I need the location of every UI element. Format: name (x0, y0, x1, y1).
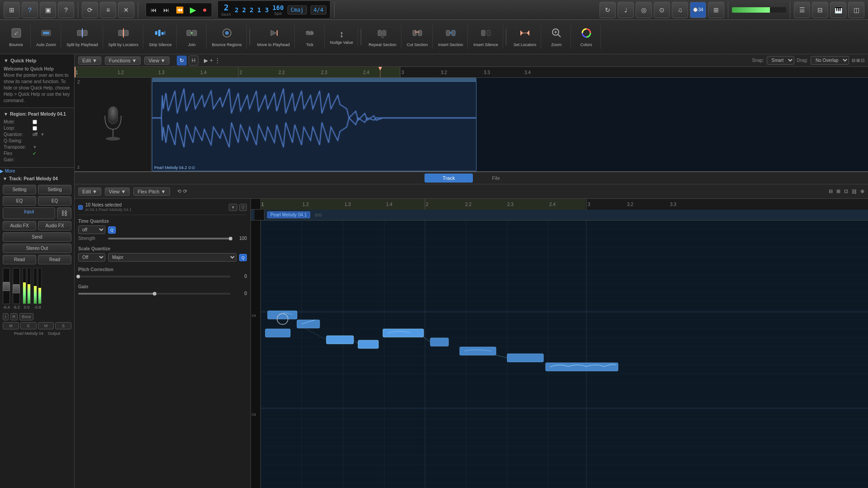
loop-mode-icon[interactable]: ↻ (177, 56, 187, 66)
file-tab[interactable]: File (474, 174, 518, 183)
bounce-regions-tool[interactable]: Bounce Regions (208, 25, 247, 49)
audiofx-btn1[interactable]: Audio FX (3, 221, 36, 230)
edit-menu-btn[interactable]: Edit ▼ (78, 56, 101, 65)
tq-q-btn[interactable]: Q (108, 226, 116, 234)
loop-btn[interactable]: ↻ (599, 2, 616, 18)
insert-section-tool[interactable]: + Insert Section (434, 25, 468, 49)
auto-zoom-tool[interactable]: Auto Zoom (32, 25, 61, 49)
browser-btn[interactable]: ◫ (848, 2, 864, 18)
fp-edit-btn[interactable]: Edit ▼ (78, 188, 101, 196)
loop-checkbox[interactable] (33, 126, 37, 131)
plus-icon[interactable]: + (210, 57, 213, 64)
pitch-note-4[interactable] (326, 336, 354, 344)
info-icon-btn[interactable]: ? (22, 2, 38, 18)
repeat-section-tool[interactable]: ↻ Repeat Section (364, 25, 401, 49)
pitch-note-1[interactable] (268, 311, 297, 319)
flex-pitch-select[interactable]: Flex Pitch ▼ (133, 188, 170, 196)
fp-fit-icon[interactable]: ⊡ (844, 188, 848, 194)
pitch-note-8[interactable] (460, 347, 496, 355)
gain-thumb[interactable] (153, 292, 156, 296)
move-playhead-tool[interactable]: Move to Playhead (253, 25, 295, 49)
help-icon-btn[interactable]: ? (58, 2, 74, 18)
snap-select[interactable]: Smart (767, 56, 794, 65)
skip-fwd-btn[interactable]: ⏭ (161, 5, 171, 14)
shrink-icon[interactable]: ⊟ (852, 58, 855, 63)
clock-btn[interactable]: ⌚34 (690, 2, 706, 18)
sq-off-select[interactable]: Off (78, 253, 105, 262)
loop-icon-btn[interactable]: ⟳ (82, 2, 98, 18)
colors-tool[interactable]: Colors (572, 25, 601, 49)
bnce-btn[interactable]: Bnce (19, 313, 33, 320)
eq-btn1[interactable]: EQ (3, 196, 36, 206)
read-btn2[interactable]: Read (38, 255, 71, 264)
fit-icon[interactable]: ⊡ (861, 58, 864, 63)
bounce-tool[interactable]: ↙ Bounce (2, 25, 31, 49)
fp-zoom-in-icon[interactable]: ⊞ (836, 188, 840, 194)
grid2-icon-btn[interactable]: ▣ (40, 2, 56, 18)
pc-slider[interactable] (78, 276, 231, 277)
tq-select[interactable]: off (78, 225, 105, 234)
sq-q-btn[interactable]: Q (239, 254, 247, 261)
stereo-out-btn[interactable]: Stereo Out (3, 244, 71, 253)
fp-zoom-out-icon[interactable]: ⊟ (829, 188, 833, 194)
setting-btn2[interactable]: Setting (38, 185, 71, 194)
sliders-icon-btn[interactable]: ≡ (100, 2, 116, 18)
strength-thumb[interactable] (229, 237, 232, 240)
piano-btn[interactable]: 🎹 (830, 2, 846, 18)
fp-down-btn[interactable]: ▼ (229, 204, 237, 211)
fp-link-icon[interactable]: ⛓ (852, 189, 857, 194)
insert-silence-tool[interactable]: Insert Silence (469, 25, 503, 49)
io-r-btn[interactable]: R (10, 313, 18, 320)
fader1-track[interactable] (3, 268, 10, 304)
fp-nav-icon2[interactable]: ⟳ (183, 188, 187, 194)
strip-silence-tool[interactable]: Strip Silence (144, 25, 177, 49)
send-btn[interactable]: Send (3, 232, 71, 242)
expand-icon[interactable]: ⊞ (856, 58, 860, 63)
s-btn1[interactable]: S (20, 322, 37, 329)
pitch-note-7[interactable] (430, 338, 448, 346)
crosshair-icon-btn[interactable]: ✕ (118, 2, 134, 18)
list-btn[interactable]: ☰ (794, 2, 810, 18)
cut-section-tool[interactable]: ✂ Cut Section (402, 25, 433, 49)
pitch-note-2[interactable] (265, 329, 290, 337)
setting-btn1[interactable]: Setting (3, 185, 36, 194)
midi-btn[interactable]: ♫ (672, 2, 688, 18)
fp-nav-icon1[interactable]: ⟲ (177, 188, 181, 194)
split-locators-tool[interactable]: Split by Locators (104, 25, 144, 49)
fp-expand-icon[interactable]: ⊕ (860, 188, 864, 194)
master-btn[interactable]: ⊙ (654, 2, 670, 18)
fader2-knob[interactable] (13, 284, 20, 293)
functions-menu-btn[interactable]: Functions ▼ (105, 56, 141, 65)
mute-checkbox[interactable] (33, 120, 37, 124)
grid-icon-btn[interactable]: ⊞ (4, 2, 20, 18)
track-tab[interactable]: Track (425, 174, 473, 183)
pitch-note-10[interactable] (546, 363, 618, 371)
fader2-track[interactable] (13, 268, 20, 304)
split-playhead-tool[interactable]: Split by Playhead (62, 25, 103, 49)
eq-btn2[interactable]: EQ (38, 196, 71, 206)
pitch-note-3[interactable] (297, 320, 320, 328)
play-btn[interactable]: ▶ (188, 4, 198, 16)
pc-thumb[interactable] (76, 275, 80, 278)
fp-view-btn[interactable]: View ▼ (105, 188, 130, 196)
m-btn2[interactable]: M (38, 322, 54, 329)
pitch-note-6[interactable] (383, 329, 424, 337)
mixer-btn[interactable]: ⊟ (812, 2, 828, 18)
strength-slider[interactable] (108, 238, 231, 239)
join-tool[interactable]: Join (178, 25, 207, 49)
input-btn1[interactable]: Input (3, 207, 55, 219)
pitch-note-5[interactable] (358, 340, 378, 348)
audiofx-btn2[interactable]: Audio FX (38, 221, 71, 230)
set-locators-tool[interactable]: Set Locators (509, 25, 542, 49)
key-display[interactable]: Cmaj (288, 5, 307, 14)
m-btn1[interactable]: M (3, 322, 19, 329)
grid-icon[interactable]: ⋮ (215, 57, 220, 64)
nav-arrow-icon[interactable]: ▶ (204, 57, 208, 64)
prev-btn[interactable]: ⏪ (174, 5, 185, 14)
sq-scale-select[interactable]: Major (108, 253, 236, 262)
io-i-btn[interactable]: I (3, 313, 9, 320)
more-link[interactable]: ▶ More (0, 169, 74, 174)
skip-back-btn[interactable]: ⏮ (149, 5, 159, 14)
read-btn1[interactable]: Read (3, 255, 36, 264)
pitch-note-9[interactable] (507, 354, 543, 362)
